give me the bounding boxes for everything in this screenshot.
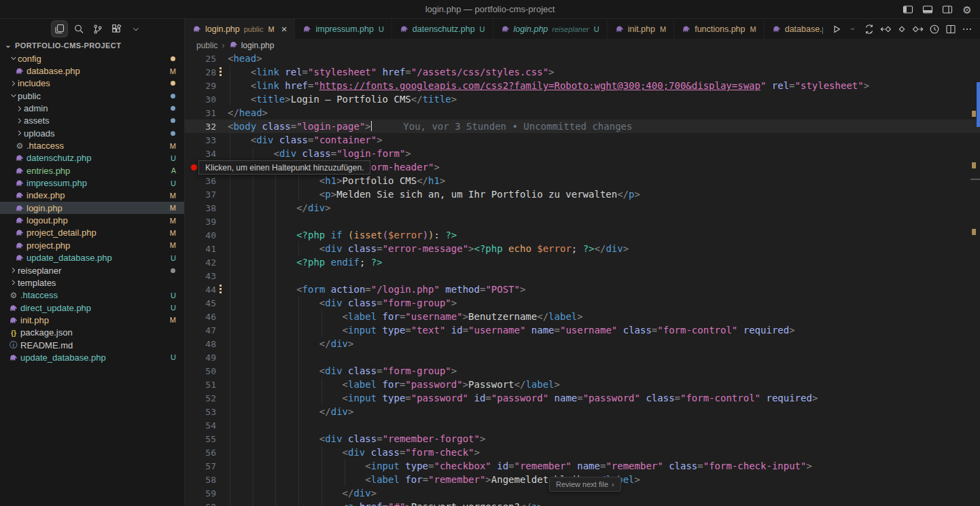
source-control-icon[interactable] <box>90 21 105 37</box>
breakpoint-gutter[interactable] <box>185 283 203 296</box>
tree-item-init.php[interactable]: init.phpM <box>0 314 184 326</box>
tab-database.php[interactable]: database.phpM <box>765 19 823 39</box>
split-editor-icon[interactable] <box>943 22 958 36</box>
code-line-53[interactable]: 53 </div> <box>185 405 980 418</box>
code-line-43[interactable]: 43 <box>185 269 980 283</box>
tab-login.php[interactable]: login.phppublicM× <box>185 19 295 39</box>
tab-datenschutz.php[interactable]: datenschutz.phpU <box>392 19 493 39</box>
code-line-52[interactable]: 52 <input type="password" id="password" … <box>185 391 980 405</box>
line-number[interactable]: 38 <box>203 203 216 213</box>
breakpoint-gutter[interactable] <box>185 337 203 350</box>
breakpoint-gutter[interactable] <box>185 310 203 323</box>
code-line-55[interactable]: 55 <div class="remember-forgot"> <box>185 432 980 446</box>
breakpoint-gutter[interactable] <box>185 486 203 500</box>
tree-item-package.json[interactable]: {}package.json <box>0 327 184 339</box>
breakpoint-gutter[interactable] <box>185 242 203 255</box>
tree-item-database.php[interactable]: database.phpM <box>0 65 184 77</box>
code-line-30[interactable]: 30 <title>Login – Portfolio CMS</title> <box>185 92 980 106</box>
line-number[interactable]: 44 <box>203 285 216 295</box>
review-next-file-tooltip[interactable]: Review next file › <box>549 477 621 492</box>
tree-item-admin[interactable]: admin <box>0 102 184 114</box>
breakpoint-gutter[interactable] <box>185 391 203 405</box>
code-line-31[interactable]: 31</head> <box>185 106 980 120</box>
tree-item-.htaccess[interactable]: ⚙.htaccessU <box>0 289 184 302</box>
breakpoint-gutter[interactable] <box>185 323 203 337</box>
line-number[interactable]: 57 <box>203 461 216 471</box>
breakpoint-gutter[interactable] <box>185 133 203 147</box>
line-number[interactable]: 39 <box>203 217 216 227</box>
breakpoint-gutter[interactable] <box>185 228 203 242</box>
code-line-28[interactable]: 28 <link rel="stylesheet" href="/assets/… <box>185 65 980 79</box>
tree-item-datenschutz.php[interactable]: datenschutz.phpU <box>0 152 184 164</box>
code-line-36[interactable]: 36 <h1>Portfolio CMS</h1> <box>185 174 980 187</box>
breakpoint-gutter[interactable] <box>185 378 203 391</box>
tab-functions.php[interactable]: functions.phpM <box>674 19 765 39</box>
breakpoint-gutter[interactable] <box>185 500 203 506</box>
tree-item-impressum.php[interactable]: impressum.phpU <box>0 177 184 189</box>
code-line-38[interactable]: 38 </div> <box>185 201 980 215</box>
toggle-secondary-sidebar-icon[interactable] <box>941 3 953 16</box>
code-line-57[interactable]: 57 <input type="checkbox" id="remember" … <box>185 459 980 473</box>
line-number[interactable]: 47 <box>203 325 216 336</box>
breakpoint-gutter[interactable] <box>185 269 203 283</box>
tree-item-project_detail.php[interactable]: project_detail.phpM <box>0 227 184 239</box>
tree-item-assets[interactable]: assets <box>0 115 184 127</box>
line-number[interactable]: 34 <box>203 149 216 159</box>
breakpoint-gutter[interactable] <box>185 446 203 459</box>
tree-item-uploads[interactable]: uploads <box>0 127 184 139</box>
tree-item-config[interactable]: config <box>0 52 184 65</box>
breakpoint-gutter[interactable] <box>185 106 203 120</box>
breakpoint-gutter[interactable] <box>185 418 203 432</box>
line-number[interactable]: 37 <box>203 189 216 200</box>
search-icon[interactable] <box>71 21 86 37</box>
breadcrumb-file[interactable]: login.php <box>229 40 275 51</box>
breakpoint-gutter[interactable] <box>185 364 203 378</box>
breakpoint-gutter[interactable] <box>185 215 203 228</box>
line-number[interactable]: 49 <box>203 353 216 363</box>
extensions-icon[interactable] <box>109 21 124 37</box>
breakpoint-gutter[interactable] <box>185 255 203 269</box>
breakpoint-gutter[interactable] <box>185 201 203 215</box>
code-line-45[interactable]: 45 <div class="form-group"> <box>185 296 980 310</box>
chevron-down-icon[interactable] <box>128 21 143 37</box>
explorer-root-header[interactable]: ⌄ PORTFOLIO-CMS-PROJECT <box>0 39 184 52</box>
breakpoint-gutter[interactable] <box>185 92 203 106</box>
line-number[interactable]: 42 <box>203 257 216 268</box>
breakpoint-gutter[interactable] <box>185 120 203 133</box>
toggle-primary-sidebar-icon[interactable] <box>902 3 914 16</box>
breakpoint-gutter[interactable] <box>185 405 203 418</box>
explorer-copy-icon[interactable] <box>52 21 67 37</box>
breakpoint-gutter[interactable] <box>185 187 203 201</box>
line-number[interactable]: 45 <box>203 298 216 308</box>
line-number[interactable]: 48 <box>203 339 216 349</box>
line-number[interactable]: 54 <box>203 420 216 431</box>
code-line-40[interactable]: 40 <?php if (isset($error)): ?> <box>185 228 980 242</box>
breadcrumb-folder[interactable]: public <box>196 41 217 50</box>
run-button[interactable] <box>829 22 843 36</box>
line-number[interactable]: 33 <box>203 135 216 145</box>
close-icon[interactable]: × <box>281 24 287 34</box>
breakpoint-gutter[interactable] <box>185 79 203 92</box>
line-number[interactable]: 46 <box>203 312 216 322</box>
tree-item-update_database.php[interactable]: update_database.phpU <box>0 252 184 264</box>
tab-impressum.php[interactable]: impressum.phpU <box>295 19 391 39</box>
code-line-54[interactable]: 54 <box>185 418 980 432</box>
scrollbar-thumb[interactable] <box>977 82 980 127</box>
line-number[interactable]: 55 <box>203 434 216 444</box>
next-change-icon[interactable] <box>911 22 925 36</box>
tree-item-reiseplaner[interactable]: reiseplaner <box>0 264 184 276</box>
code-line-25[interactable]: 25<head> <box>185 52 980 65</box>
code-line-51[interactable]: 51 <label for="password">Passwort</label… <box>185 378 980 391</box>
tree-item-logout.php[interactable]: logout.phpM <box>0 214 184 226</box>
line-number[interactable]: 30 <box>203 94 216 105</box>
tree-item-update_database.php[interactable]: update_database.phpU <box>0 351 184 363</box>
line-number[interactable]: 53 <box>203 407 216 417</box>
tree-item-project.php[interactable]: project.phpM <box>0 239 184 251</box>
tree-item-public[interactable]: public <box>0 90 184 102</box>
line-number[interactable]: 31 <box>203 108 216 118</box>
tab-login.php[interactable]: login.phpreiseplanerU <box>493 19 608 39</box>
line-number[interactable]: 59 <box>203 488 216 499</box>
code-line-29[interactable]: 29 <link href="https://fonts.googleapis.… <box>185 79 980 92</box>
code-line-50[interactable]: 50 <div class="form-group"> <box>185 364 980 378</box>
breakpoint-gutter[interactable] <box>185 52 203 65</box>
